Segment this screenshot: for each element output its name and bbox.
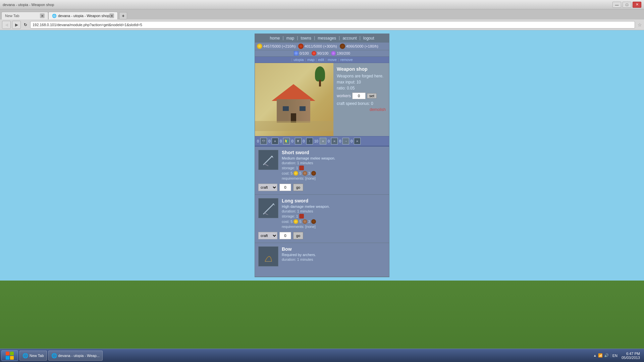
- action-sep-3: |: [325, 58, 326, 62]
- bookmark-button[interactable]: ☆: [638, 22, 642, 27]
- building-description: Weapons are forged here.: [337, 74, 386, 78]
- inv-count-8: 0: [351, 139, 353, 143]
- building-scene: [255, 63, 333, 136]
- action-utopia[interactable]: utopia: [293, 58, 304, 62]
- gold-value: 4457/5000 (+210/h): [263, 44, 296, 48]
- nav-logout[interactable]: logout: [361, 35, 376, 41]
- close-button[interactable]: ✕: [633, 2, 641, 8]
- inv-icon-shield2: 🔰: [283, 138, 290, 144]
- action-edit[interactable]: edit: [318, 58, 324, 62]
- taskbar-item-devana[interactable]: 🌐 devana - utopia - Weap...: [48, 351, 103, 361]
- system-tray: ▲ 📶 🔊: [591, 353, 611, 358]
- building-body: [277, 99, 310, 123]
- ore-icon: [340, 44, 345, 49]
- workers-input[interactable]: [352, 93, 366, 99]
- sub-resource-bar: 0/100 90/100 190/200: [255, 50, 389, 57]
- address-bar[interactable]: 192.168.0.101/devana/module.php?action=g…: [30, 21, 635, 28]
- nav-sep-3: |: [314, 35, 315, 41]
- tab-close-new[interactable]: ✕: [40, 13, 45, 18]
- svg-line-1: [264, 164, 268, 166]
- action-sep-4: |: [338, 58, 339, 62]
- long-sword-icon: [258, 198, 278, 218]
- reload-button[interactable]: ↻: [22, 21, 29, 28]
- bow-icon: [258, 246, 278, 266]
- inv-count-1: 0: [268, 139, 270, 143]
- building-window-left: [283, 106, 289, 111]
- action-map[interactable]: map: [307, 58, 314, 62]
- mana-value: 190/200: [337, 51, 350, 55]
- window-title: devana - utopia - Weapon shop: [3, 3, 612, 7]
- stone-path: [255, 121, 333, 131]
- nav-sep-4: |: [339, 35, 340, 41]
- building-max-input: max input: 10: [337, 80, 386, 84]
- tabs-bar: New Tab ✕ 🌐 devana - utopia - Weapon sho…: [0, 9, 644, 19]
- long-sword-qty-input[interactable]: [279, 232, 291, 239]
- population-resource: 0/100: [294, 51, 309, 56]
- long-sword-ore-icon: [303, 219, 307, 224]
- minimize-button[interactable]: —: [612, 2, 621, 8]
- nav-sep-2: |: [297, 35, 298, 41]
- maximize-button[interactable]: □: [623, 2, 631, 8]
- taskbar-clock: 6:47 PM 05/03/2013: [619, 352, 643, 360]
- nav-messages[interactable]: messages: [316, 35, 338, 41]
- bow-duration: duration: 1 minutes: [282, 257, 386, 261]
- resource-gold: 4457/5000 (+210/h): [257, 44, 296, 49]
- tab-devana-label: devana - utopia - Weapon shop: [58, 14, 109, 18]
- building-name: Weapon shop: [337, 66, 386, 72]
- long-sword-craft-select[interactable]: craft queue: [258, 232, 277, 239]
- long-sword-cost: cost: 5 5 3: [282, 219, 386, 224]
- craft-item-short-sword: Short sword Medium damage melee weapon. …: [255, 146, 389, 195]
- tab-label: New Tab: [5, 14, 19, 18]
- short-sword-go-button[interactable]: go: [293, 184, 303, 191]
- tab-new-tab[interactable]: New Tab ✕: [1, 12, 48, 19]
- short-sword-details: Short sword Medium damage melee weapon. …: [282, 150, 386, 181]
- resource-food: 4011/5000 (+300/h): [298, 44, 337, 49]
- long-sword-gold-icon: [293, 219, 298, 224]
- building-section: Weapon shop Weapons are forged here. max…: [255, 63, 389, 136]
- short-sword-qty-input[interactable]: [279, 184, 291, 191]
- inv-icon-sword3: ⚔: [354, 138, 361, 144]
- inv-slot-4: ↑: [306, 138, 313, 144]
- long-sword-go-button[interactable]: go: [293, 232, 303, 239]
- svg-line-3: [263, 204, 273, 214]
- nav-towns[interactable]: towns: [299, 35, 313, 41]
- long-sword-duration: duration: 1 minutes: [282, 209, 386, 213]
- back-button[interactable]: ◀: [2, 21, 11, 29]
- logo-green: [10, 352, 14, 355]
- browser-titlebar: devana - utopia - Weapon shop — □ ✕: [0, 0, 644, 9]
- nav-home[interactable]: home: [268, 35, 282, 41]
- tray-arrow[interactable]: ▲: [593, 354, 597, 357]
- long-sword-requirements: requirements: [none]: [282, 225, 386, 229]
- action-move[interactable]: move: [328, 58, 337, 62]
- pop-icon: [294, 51, 299, 56]
- taskbar-new-tab-label: New Tab: [30, 354, 44, 358]
- tab-devana[interactable]: 🌐 devana - utopia - Weapon shop ✕: [48, 12, 118, 19]
- ore-value: 4066/5000 (+180/h): [346, 44, 378, 48]
- taskbar-item-chrome-new-tab[interactable]: 🌐 New Tab: [19, 351, 47, 361]
- nav-account[interactable]: account: [340, 35, 359, 41]
- building-info: Weapon shop Weapons are forged here. max…: [333, 63, 389, 136]
- workers-row: workers set: [337, 93, 386, 99]
- browser-toolbar: ◀ ▶ ↻ 192.168.0.101/devana/module.php?ac…: [0, 19, 644, 30]
- bow-name: Bow: [282, 246, 386, 252]
- short-sword-craft-select[interactable]: craft queue: [258, 184, 277, 191]
- start-button[interactable]: [1, 350, 18, 361]
- action-remove[interactable]: remove: [340, 58, 353, 62]
- forward-button[interactable]: ▶: [12, 21, 21, 29]
- tree: [313, 66, 327, 86]
- resource-ore: 4066/5000 (+180/h): [340, 44, 378, 49]
- long-sword-details: Long sword High damage melee weapon. dur…: [282, 198, 386, 229]
- tree-top: [315, 66, 325, 81]
- tab-close-devana[interactable]: ✕: [109, 13, 114, 18]
- tab-favicon: 🌐: [52, 14, 57, 18]
- food-value: 4011/5000 (+300/h): [305, 44, 337, 48]
- inv-slot-6: ⚔: [331, 138, 338, 144]
- nav-map[interactable]: map: [284, 35, 296, 41]
- gold-icon: [257, 44, 262, 49]
- new-tab-button[interactable]: +: [119, 12, 127, 19]
- taskbar-lang: EN: [611, 354, 619, 358]
- demolish-link[interactable]: demolish: [337, 107, 386, 112]
- clock-time: 6:47 PM: [622, 352, 640, 356]
- craft-list[interactable]: Short sword Medium damage melee weapon. …: [255, 146, 389, 277]
- set-workers-button[interactable]: set: [367, 93, 377, 99]
